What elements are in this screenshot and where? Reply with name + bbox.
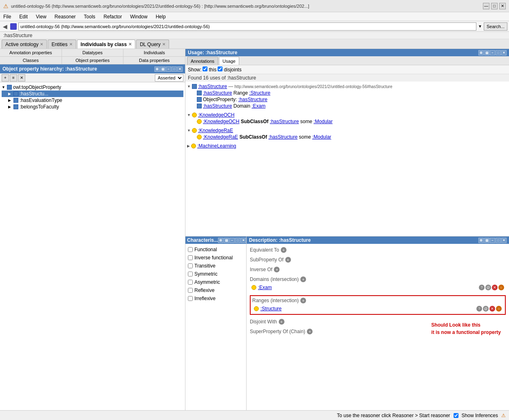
- domains-exam-item[interactable]: :Exam ? @ ✕ ○: [250, 284, 506, 291]
- menu-file[interactable]: File: [2, 13, 13, 20]
- domain-exam-link[interactable]: :Exam: [251, 103, 265, 109]
- asserted-dropdown[interactable]: Asserted Inferred: [155, 74, 183, 82]
- inverse-of-add-button[interactable]: +: [274, 267, 280, 272]
- add-sibling-button[interactable]: ≡: [10, 74, 17, 82]
- delete-button[interactable]: ✕: [18, 74, 25, 82]
- char-irreflexive[interactable]: Irreflexive: [187, 294, 245, 303]
- tree-item-hasevaluationtype[interactable]: ▶ :hasEvaluationType: [2, 97, 183, 104]
- inverse-functional-checkbox[interactable]: [188, 255, 193, 260]
- tab-active-ontology[interactable]: Active ontology ✕: [2, 40, 47, 49]
- usage-item-hasstructure-root[interactable]: ▼ :hasStructure — http://www.semanticweb…: [187, 83, 507, 90]
- hierarchy-icon-4[interactable]: □: [172, 66, 177, 72]
- char-asymmetric[interactable]: Asymmetric: [187, 278, 245, 286]
- usage-item-objectproperty[interactable]: ObjectProperty: :hasStructure: [197, 96, 507, 103]
- char-icon-1[interactable]: ⊞: [218, 238, 223, 243]
- usage-hasstructure-link[interactable]: :hasStructure: [198, 84, 227, 89]
- annotations-tab[interactable]: Annotations: [187, 57, 218, 65]
- och-prop-link[interactable]: :hasStructure: [270, 119, 299, 124]
- show-inferences-checkbox[interactable]: [454, 413, 458, 418]
- domains-add-button[interactable]: +: [300, 276, 306, 282]
- och-modular-link[interactable]: :Modular: [313, 119, 333, 124]
- char-functional[interactable]: Functional: [187, 245, 245, 254]
- ranges-structure-item[interactable]: :Structure ? @ ✕ ○: [252, 305, 503, 312]
- menu-edit[interactable]: Edit: [18, 13, 29, 20]
- subtab-object-properties[interactable]: Object properties: [62, 57, 124, 64]
- ranges-structure-edit[interactable]: ○: [496, 306, 502, 312]
- subtab-individuals[interactable]: Individuals: [123, 49, 185, 56]
- tree-item-hasstructure[interactable]: ▶ :hasStructu...: [2, 91, 183, 97]
- och-class-link[interactable]: :KnowledgeOCH: [203, 119, 239, 124]
- menu-window[interactable]: Window: [128, 13, 149, 20]
- subtab-datatypes[interactable]: Datatypes: [62, 49, 124, 56]
- back-button[interactable]: ◀: [2, 23, 9, 30]
- tab-dl-query[interactable]: DL Query ✕: [136, 40, 169, 49]
- machine-learning-link[interactable]: :MachineLearning: [197, 143, 236, 149]
- usage-icon-4[interactable]: □: [496, 50, 501, 55]
- usage-tab[interactable]: Usage: [219, 57, 239, 65]
- expand-arrow-hasstructure[interactable]: ▶: [8, 92, 12, 96]
- tab-individuals-by-class[interactable]: Individuals by class ✕: [77, 40, 135, 49]
- subtab-annotation-properties[interactable]: Annotation properties: [0, 49, 62, 56]
- usage-icon-3[interactable]: −: [490, 50, 495, 55]
- expand-arrow-belongs[interactable]: ▶: [8, 105, 12, 109]
- desc-icon-5[interactable]: ✕: [501, 238, 507, 243]
- desc-icon-2[interactable]: ▤: [484, 238, 489, 243]
- expand-arrow-hasevaluation[interactable]: ▶: [8, 98, 12, 102]
- usage-item-machinelearning[interactable]: ▶ :MachineLearning: [187, 143, 507, 149]
- knowledge-rae-link[interactable]: :KnowledgeRaE: [198, 128, 233, 133]
- add-subproperty-button[interactable]: +: [2, 74, 9, 82]
- usage-icon-1[interactable]: ⊞: [478, 50, 484, 55]
- char-icon-5[interactable]: ✕: [241, 238, 246, 243]
- domain-link1[interactable]: :hasStructure: [203, 103, 232, 109]
- menu-view[interactable]: View: [34, 13, 48, 20]
- symmetric-checkbox[interactable]: [188, 272, 193, 276]
- asymmetric-checkbox[interactable]: [188, 280, 193, 285]
- char-icon-3[interactable]: −: [229, 238, 235, 243]
- tab-close-active-ontology[interactable]: ✕: [40, 42, 43, 46]
- domains-exam-info[interactable]: ?: [479, 285, 485, 290]
- ranges-structure-at[interactable]: @: [483, 306, 489, 312]
- rae-modular-link[interactable]: :Modular: [312, 134, 331, 140]
- menu-refactor[interactable]: Refactor: [102, 13, 123, 20]
- rae-prop-link[interactable]: :hasStructure: [269, 134, 297, 140]
- address-input[interactable]: [18, 22, 476, 31]
- hierarchy-icon-2[interactable]: ▤: [160, 66, 165, 72]
- reflexive-checkbox[interactable]: [188, 288, 193, 293]
- minimize-button[interactable]: —: [483, 3, 489, 9]
- knowledge-och-link[interactable]: :KnowledgeOCH: [198, 112, 234, 118]
- char-transitive[interactable]: Transitive: [187, 262, 245, 270]
- dropdown-arrow-icon[interactable]: ▼: [478, 24, 482, 29]
- subtab-classes[interactable]: Classes: [0, 57, 62, 64]
- char-icon-4[interactable]: □: [235, 238, 240, 243]
- disjoint-with-add-button[interactable]: +: [279, 319, 284, 325]
- domains-exam-edit[interactable]: ○: [498, 285, 504, 290]
- char-inverse-functional[interactable]: Inverse functional: [187, 254, 245, 262]
- subproperty-of-add-button[interactable]: +: [285, 257, 291, 263]
- search-button[interactable]: Search...: [484, 22, 507, 31]
- usage-item-och-subclassof[interactable]: :KnowledgeOCH SubClassOf :hasStructure s…: [197, 118, 507, 125]
- usage-item-domain[interactable]: :hasStructure Domain :Exam: [197, 103, 507, 109]
- objprop-link[interactable]: :hasStructure: [238, 97, 267, 102]
- char-symmetric[interactable]: Symmetric: [187, 270, 245, 278]
- desc-icon-1[interactable]: ⊞: [478, 238, 484, 243]
- hierarchy-icon-5[interactable]: ✕: [177, 66, 183, 72]
- domains-exam-delete[interactable]: ✕: [492, 285, 498, 290]
- tab-close-dl-query[interactable]: ✕: [162, 42, 165, 46]
- tree-item-top[interactable]: ▼ owl:topObjectProperty: [2, 84, 183, 91]
- tab-close-individuals[interactable]: ✕: [128, 42, 132, 46]
- disjoints-checkbox[interactable]: [218, 66, 223, 71]
- desc-icon-3[interactable]: −: [490, 238, 495, 243]
- irreflexive-checkbox[interactable]: [188, 296, 193, 301]
- superproperty-of-add-button[interactable]: +: [307, 329, 313, 334]
- equivalent-to-add-button[interactable]: +: [281, 247, 286, 253]
- subtab-data-properties[interactable]: Data properties: [123, 57, 185, 64]
- char-icon-2[interactable]: ▤: [224, 238, 229, 243]
- range-structure-link[interactable]: :Structure: [249, 90, 270, 96]
- menu-reasoner[interactable]: Reasoner: [53, 13, 77, 20]
- usage-item-knowledgerae[interactable]: ▼ :KnowledgeRaE: [187, 127, 507, 134]
- expand-arrow-top[interactable]: ▼: [2, 85, 6, 89]
- menu-help[interactable]: Help: [154, 13, 167, 20]
- ranges-structure-delete[interactable]: ✕: [489, 306, 495, 312]
- tab-entities[interactable]: Entities ✕: [48, 40, 76, 49]
- domains-exam-at[interactable]: @: [485, 285, 491, 290]
